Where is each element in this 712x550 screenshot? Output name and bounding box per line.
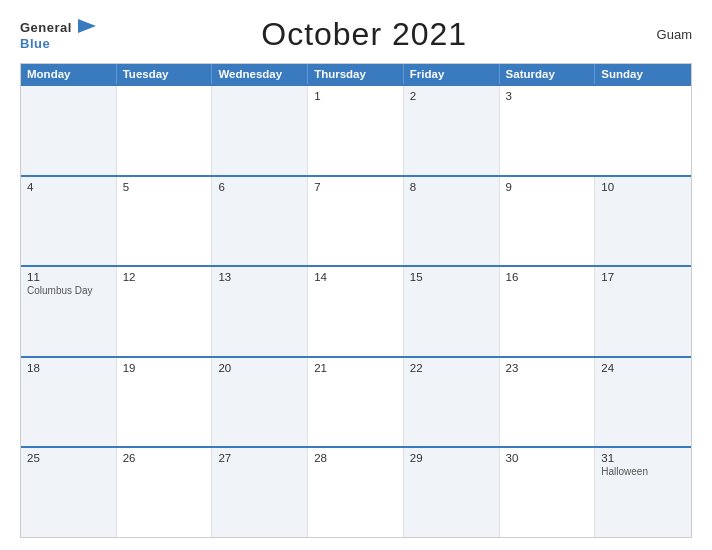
header-monday: Monday bbox=[21, 64, 117, 84]
header-wednesday: Wednesday bbox=[212, 64, 308, 84]
date-5: 5 bbox=[123, 181, 206, 193]
week-3: 11 Columbus Day 12 13 14 15 16 bbox=[21, 265, 691, 356]
logo-line1: General bbox=[20, 19, 96, 35]
cell-w5-tue: 26 bbox=[117, 448, 213, 537]
cell-w1-sat: 3 bbox=[500, 86, 596, 175]
cell-w3-sun: 17 bbox=[595, 267, 691, 356]
cell-w3-wed: 13 bbox=[212, 267, 308, 356]
date-25: 25 bbox=[27, 452, 110, 464]
cell-w2-fri: 8 bbox=[404, 177, 500, 266]
date-20: 20 bbox=[218, 362, 301, 374]
cell-w5-sun: 31 Halloween bbox=[595, 448, 691, 537]
cell-w2-mon: 4 bbox=[21, 177, 117, 266]
week-1: 1 2 3 bbox=[21, 84, 691, 175]
cell-w3-tue: 12 bbox=[117, 267, 213, 356]
date-15: 15 bbox=[410, 271, 493, 283]
date-4: 4 bbox=[27, 181, 110, 193]
header-friday: Friday bbox=[404, 64, 500, 84]
calendar-header: Monday Tuesday Wednesday Thursday Friday… bbox=[21, 64, 691, 84]
cell-w5-mon: 25 bbox=[21, 448, 117, 537]
date-24: 24 bbox=[601, 362, 685, 374]
calendar-page: General Blue October 2021 Guam Monday Tu… bbox=[0, 0, 712, 550]
date-26: 26 bbox=[123, 452, 206, 464]
calendar-body: 1 2 3 4 5 6 bbox=[21, 84, 691, 537]
date-1: 1 bbox=[314, 90, 397, 102]
cell-w3-fri: 15 bbox=[404, 267, 500, 356]
cell-w5-thu: 28 bbox=[308, 448, 404, 537]
cell-w1-mon bbox=[21, 86, 117, 175]
date-17: 17 bbox=[601, 271, 685, 283]
cell-w2-thu: 7 bbox=[308, 177, 404, 266]
date-6: 6 bbox=[218, 181, 301, 193]
date-19: 19 bbox=[123, 362, 206, 374]
cell-w5-fri: 29 bbox=[404, 448, 500, 537]
cell-w4-fri: 22 bbox=[404, 358, 500, 447]
header-thursday: Thursday bbox=[308, 64, 404, 84]
date-11: 11 bbox=[27, 271, 110, 283]
week-5: 25 26 27 28 29 30 31 H bbox=[21, 446, 691, 537]
cell-w5-sat: 30 bbox=[500, 448, 596, 537]
cell-w2-sat: 9 bbox=[500, 177, 596, 266]
header-saturday: Saturday bbox=[500, 64, 596, 84]
event-columbus-day: Columbus Day bbox=[27, 285, 110, 296]
cell-w4-thu: 21 bbox=[308, 358, 404, 447]
cell-w5-wed: 27 bbox=[212, 448, 308, 537]
cell-w3-mon: 11 Columbus Day bbox=[21, 267, 117, 356]
cell-w4-wed: 20 bbox=[212, 358, 308, 447]
cell-w4-tue: 19 bbox=[117, 358, 213, 447]
header-sunday: Sunday bbox=[595, 64, 691, 84]
date-9: 9 bbox=[506, 181, 589, 193]
date-21: 21 bbox=[314, 362, 397, 374]
date-28: 28 bbox=[314, 452, 397, 464]
header-tuesday: Tuesday bbox=[117, 64, 213, 84]
date-12: 12 bbox=[123, 271, 206, 283]
event-halloween: Halloween bbox=[601, 466, 685, 477]
month-title: October 2021 bbox=[96, 16, 632, 53]
cell-w1-thu: 1 bbox=[308, 86, 404, 175]
cell-w3-sat: 16 bbox=[500, 267, 596, 356]
date-22: 22 bbox=[410, 362, 493, 374]
date-31: 31 bbox=[601, 452, 685, 464]
date-30: 30 bbox=[506, 452, 589, 464]
cell-w1-tue bbox=[117, 86, 213, 175]
date-10: 10 bbox=[601, 181, 685, 193]
svg-marker-0 bbox=[78, 19, 96, 33]
date-14: 14 bbox=[314, 271, 397, 283]
date-7: 7 bbox=[314, 181, 397, 193]
date-29: 29 bbox=[410, 452, 493, 464]
logo-line2: Blue bbox=[20, 35, 96, 51]
cell-w2-sun: 10 bbox=[595, 177, 691, 266]
logo-blue-text: Blue bbox=[20, 36, 50, 51]
logo: General Blue bbox=[20, 19, 96, 51]
week-2: 4 5 6 7 8 9 10 bbox=[21, 175, 691, 266]
date-18: 18 bbox=[27, 362, 110, 374]
cell-w4-sat: 23 bbox=[500, 358, 596, 447]
date-13: 13 bbox=[218, 271, 301, 283]
logo-general-text: General bbox=[20, 20, 72, 35]
date-27: 27 bbox=[218, 452, 301, 464]
date-2: 2 bbox=[410, 90, 493, 102]
calendar: Monday Tuesday Wednesday Thursday Friday… bbox=[20, 63, 692, 538]
cell-w1-fri: 2 bbox=[404, 86, 500, 175]
region-label: Guam bbox=[632, 27, 692, 42]
week-4: 18 19 20 21 22 23 24 bbox=[21, 356, 691, 447]
cell-w3-thu: 14 bbox=[308, 267, 404, 356]
date-16: 16 bbox=[506, 271, 589, 283]
cell-w4-sun: 24 bbox=[595, 358, 691, 447]
cell-w2-wed: 6 bbox=[212, 177, 308, 266]
date-8: 8 bbox=[410, 181, 493, 193]
cell-w1-wed bbox=[212, 86, 308, 175]
header: General Blue October 2021 Guam bbox=[20, 16, 692, 53]
logo-flag-icon bbox=[78, 19, 96, 33]
cell-w2-tue: 5 bbox=[117, 177, 213, 266]
date-3: 3 bbox=[506, 90, 590, 102]
date-23: 23 bbox=[506, 362, 589, 374]
cell-w4-mon: 18 bbox=[21, 358, 117, 447]
